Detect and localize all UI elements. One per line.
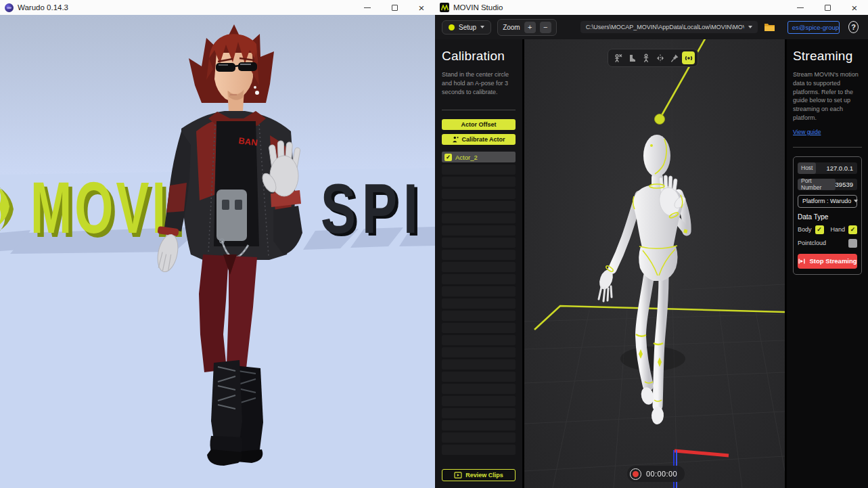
skeleton-icon[interactable] [639, 51, 652, 64]
warudo-scene-canvas: MOVIN MOVIN SPI SPI [0, 15, 435, 488]
actor-row-empty[interactable] [442, 250, 516, 260]
view-guide-link[interactable]: View guide [793, 129, 821, 135]
close-button[interactable]: × [841, 0, 868, 15]
actor-row-empty[interactable] [442, 298, 516, 309]
actor-row-empty[interactable] [442, 445, 516, 455]
chevron-down-icon [854, 200, 858, 202]
platform-value: Platform : Warudo [802, 198, 851, 204]
minimize-button[interactable] [787, 0, 814, 15]
movin-studio-window: MOVIN Studio × Setup Zoom + − C:\Users\M… [435, 0, 868, 488]
streaming-panel: Streaming Stream MOVIN's motion data to … [785, 39, 868, 488]
actor-row-empty[interactable] [442, 201, 516, 211]
actor-row-empty[interactable] [442, 396, 516, 406]
recording-timer: 00:00:00 [646, 470, 677, 478]
pointcloud-row: Pointcloud [798, 239, 857, 248]
actor-checkbox[interactable]: ✓ [444, 154, 452, 161]
review-clips-label: Review Clips [465, 472, 503, 479]
actor-row-empty[interactable] [442, 286, 516, 296]
pointcloud-label: Pointcloud [798, 240, 826, 246]
body-hand-row: Body ✓ Hand ✓ [798, 225, 857, 234]
port-field[interactable]: Port Number 39539 [798, 179, 857, 190]
warudo-window: Warudo 0.14.3 × [0, 0, 435, 488]
mirror-icon[interactable] [654, 51, 666, 64]
maximize-button[interactable] [381, 0, 408, 15]
stop-streaming-button[interactable]: Stop Streaming [798, 254, 857, 269]
calibrate-actor-label: Calibrate Actor [461, 136, 505, 143]
actor-row-empty[interactable] [442, 213, 516, 223]
mannequin-shadow [620, 347, 685, 371]
movin-window-controls: × [787, 0, 868, 15]
actor-row-empty[interactable] [442, 384, 516, 394]
save-path-dropdown[interactable]: C:\Users\MOCAP_MOVIN\AppData\LocalLow\MO… [580, 21, 758, 33]
actor-row-empty[interactable] [442, 311, 516, 321]
hand-checkbox[interactable]: ✓ [848, 225, 857, 234]
review-clips-button[interactable]: Review Clips [442, 469, 516, 481]
actor-row-empty[interactable] [442, 323, 516, 333]
warudo-titlebar[interactable]: Warudo 0.14.3 × [0, 0, 435, 15]
platform-dropdown[interactable]: Platform : Warudo [798, 195, 857, 208]
actor-row-empty[interactable] [442, 274, 516, 284]
streaming-description: Stream MOVIN's motion data to supported … [793, 70, 862, 123]
mocap-3d-viewport[interactable]: 00:00:00 [524, 39, 785, 488]
actor-row-empty[interactable] [442, 420, 516, 430]
viewport-canvas [524, 39, 785, 488]
movin-titlebar[interactable]: MOVIN Studio × [435, 0, 868, 15]
foot-contact-icon[interactable] [625, 51, 638, 64]
calibrate-person-icon [452, 136, 459, 143]
actor-row-empty[interactable] [442, 408, 516, 418]
actor-row-empty[interactable] [442, 372, 516, 382]
streaming-settings-box: Host 127.0.0.1 Port Number 39539 Platfor… [793, 156, 862, 275]
record-button[interactable] [630, 468, 641, 480]
record-dot-icon [633, 471, 639, 477]
host-value: 127.0.0.1 [816, 162, 857, 174]
screen: Warudo 0.14.3 × [0, 0, 868, 488]
actor-row-empty[interactable] [442, 164, 516, 175]
hide-actor-icon[interactable] [611, 51, 624, 64]
calibration-panel: Calibration Stand in the center circle a… [435, 39, 524, 488]
spi-3d-text: SPI SPI [321, 169, 427, 250]
hand-label: Hand [831, 226, 846, 233]
stop-streaming-label: Stop Streaming [809, 257, 856, 265]
actor-row[interactable]: ✓Actor_2 [442, 152, 516, 162]
pin-icon[interactable] [668, 51, 681, 64]
actor-row-empty[interactable] [442, 225, 516, 236]
save-path-value: C:\Users\MOCAP_MOVIN\AppData\LocalLow\MO… [586, 24, 744, 30]
movin-content: Calibration Stand in the center circle a… [435, 39, 868, 488]
help-button[interactable]: ? [848, 21, 859, 33]
broadcast-icon[interactable] [682, 51, 695, 64]
zoom-in-button[interactable]: + [524, 22, 536, 33]
actor-row-empty[interactable] [442, 335, 516, 345]
divider [793, 147, 862, 148]
actor-offset-button[interactable]: Actor Offset [442, 119, 516, 130]
zoom-label: Zoom [503, 24, 520, 31]
setup-dropdown[interactable]: Setup [442, 20, 491, 35]
actor-offset-label: Actor Offset [461, 121, 496, 128]
warudo-3d-scene[interactable]: MOVIN MOVIN SPI SPI [0, 15, 435, 488]
warudo-window-controls: × [354, 0, 435, 15]
body-checkbox[interactable]: ✓ [815, 225, 824, 234]
data-type-label: Data Type [798, 213, 857, 221]
calibration-description: Stand in the center circle and hold an A… [442, 70, 516, 96]
actor-row-empty[interactable] [442, 347, 516, 357]
movin-app-icon [440, 3, 449, 12]
account-email[interactable]: es@spice-group.jp [787, 21, 840, 34]
minimize-button[interactable] [354, 0, 381, 15]
host-label: Host [798, 162, 816, 174]
actor-row-empty[interactable] [442, 359, 516, 370]
actor-row-empty[interactable] [442, 432, 516, 443]
host-field[interactable]: Host 127.0.0.1 [798, 162, 857, 174]
port-value: 39539 [836, 179, 857, 190]
boots [207, 360, 263, 466]
pointcloud-checkbox[interactable] [848, 239, 857, 248]
calibrate-actor-button[interactable]: Calibrate Actor [442, 134, 516, 145]
close-button[interactable]: × [408, 0, 435, 15]
actor-row-empty[interactable] [442, 238, 516, 248]
folder-icon[interactable] [764, 22, 775, 32]
movin-toolbar: Setup Zoom + − C:\Users\MOCAP_MOVIN\AppD… [435, 15, 868, 39]
actor-row-empty[interactable] [442, 262, 516, 272]
review-clips-icon [454, 472, 462, 479]
maximize-button[interactable] [814, 0, 841, 15]
actor-row-empty[interactable] [442, 189, 516, 199]
actor-row-empty[interactable] [442, 177, 516, 187]
zoom-out-button[interactable]: − [540, 22, 551, 33]
